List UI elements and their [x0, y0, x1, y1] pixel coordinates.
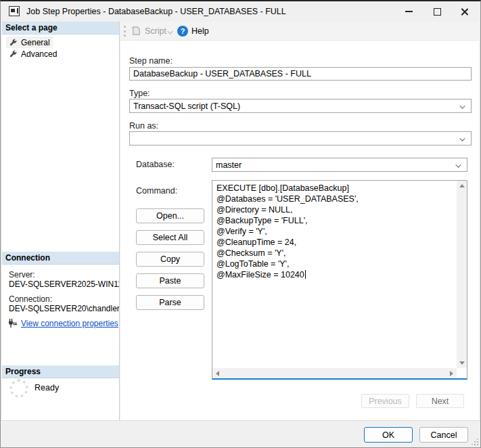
dialog-footer: OK Cancel — [1, 420, 480, 447]
database-dropdown[interactable]: master — [212, 158, 467, 172]
progress-header: Progress — [2, 365, 119, 378]
connection-label: Connection: — [9, 294, 52, 304]
scroll-up-icon[interactable] — [459, 184, 465, 187]
server-label: Server: — [9, 270, 35, 279]
script-icon — [131, 26, 141, 36]
chevron-down-icon — [459, 135, 465, 141]
help-button[interactable]: Help — [191, 26, 209, 36]
scroll-right-icon[interactable] — [450, 371, 453, 376]
database-label: Database: — [136, 160, 175, 169]
sidebar: Select a page General Advanced Connectio… — [2, 22, 120, 421]
command-text: EXECUTE [dbo].[DatabaseBackup] @Database… — [216, 183, 455, 366]
connection-value: DEV-SQLSERVER20\chandlergra — [9, 304, 119, 313]
sidebar-item-label: Advanced — [21, 49, 57, 59]
resize-grip[interactable] — [472, 439, 478, 445]
script-button[interactable]: Script — [145, 26, 166, 36]
progress-spinner-icon — [9, 379, 28, 398]
select-all-button[interactable]: Select All — [136, 230, 204, 245]
text-caret — [305, 270, 306, 279]
close-icon — [460, 7, 469, 16]
select-a-page-header: Select a page — [2, 22, 119, 35]
progress-status: Ready — [35, 383, 59, 393]
vertical-scrollbar[interactable] — [457, 181, 467, 368]
maximize-icon — [434, 8, 441, 16]
chevron-down-icon — [455, 162, 461, 167]
toolbar: Script ? Help — [120, 22, 479, 41]
run-as-label: Run as: — [129, 121, 158, 131]
ok-button[interactable]: OK — [364, 427, 413, 443]
previous-button[interactable]: Previous — [361, 394, 409, 408]
sidebar-item-general[interactable]: General — [6, 37, 53, 48]
sidebar-item-label: General — [21, 38, 50, 47]
sidebar-item-advanced[interactable]: Advanced — [6, 48, 60, 60]
scroll-left-icon[interactable] — [216, 371, 219, 376]
window-title: Job Step Properties - DatabaseBackup - U… — [26, 7, 286, 16]
minimize-icon — [405, 11, 413, 12]
parse-button[interactable]: Parse — [136, 295, 204, 310]
minimize-button[interactable] — [395, 1, 422, 22]
type-label: Type: — [129, 89, 150, 98]
connection-header: Connection — [2, 252, 119, 265]
command-textarea[interactable]: EXECUTE [dbo].[DatabaseBackup] @Database… — [212, 180, 467, 380]
script-dropdown-chevron-icon[interactable] — [168, 29, 173, 35]
paste-button[interactable]: Paste — [136, 273, 204, 288]
chevron-down-icon — [459, 103, 465, 108]
close-button[interactable] — [451, 1, 478, 22]
toolbar-grip — [124, 26, 126, 37]
general-page-content: Step name: DatabaseBackup - USER_DATABAS… — [120, 41, 479, 421]
titlebar: Job Step Properties - DatabaseBackup - U… — [1, 1, 480, 22]
maximize-button[interactable] — [423, 1, 451, 22]
step-name-label: Step name: — [129, 56, 173, 66]
horizontal-scrollbar[interactable] — [212, 368, 457, 378]
command-label: Command: — [136, 186, 177, 196]
window-icon — [9, 6, 20, 16]
type-dropdown-value: Transact-SQL script (T-SQL) — [133, 102, 240, 111]
type-dropdown[interactable]: Transact-SQL script (T-SQL) — [129, 99, 472, 113]
scroll-down-icon[interactable] — [459, 361, 465, 365]
job-step-properties-dialog: Job Step Properties - DatabaseBackup - U… — [0, 0, 481, 448]
wrench-icon — [9, 38, 18, 47]
open-button[interactable]: Open... — [136, 208, 204, 223]
help-icon: ? — [177, 26, 188, 37]
cancel-button[interactable]: Cancel — [419, 427, 468, 443]
view-connection-properties-row: View connection properties — [7, 318, 118, 328]
server-value: DEV-SQLSERVER2025-WIN11-0 — [9, 279, 119, 289]
connection-plug-icon — [7, 318, 17, 328]
wrench-icon — [9, 49, 18, 58]
next-button[interactable]: Next — [416, 394, 464, 408]
step-name-input[interactable]: DatabaseBackup - USER_DATABASES - FULL — [129, 67, 472, 81]
database-dropdown-value: master — [216, 160, 242, 170]
view-connection-properties-link[interactable]: View connection properties — [21, 319, 118, 328]
run-as-dropdown[interactable] — [129, 131, 472, 145]
copy-button[interactable]: Copy — [136, 252, 204, 267]
